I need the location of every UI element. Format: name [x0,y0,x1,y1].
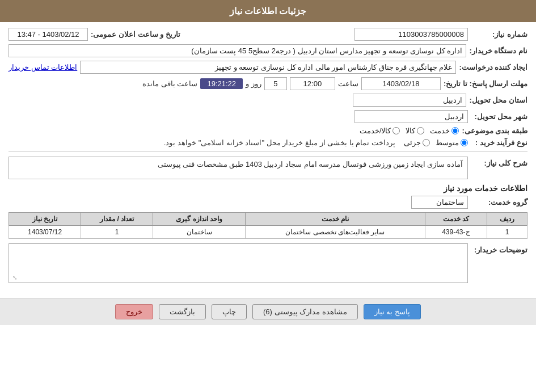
deadline-date: 1403/02/18 [361,77,441,90]
category-radio-group: خدمت کالا کالا/خدمت [360,127,459,135]
service-group-label: گروه خدمت: [471,198,527,206]
radio-motevaset[interactable] [461,139,468,146]
services-table: ردیف کد خدمت نام خدمت واحد اندازه گیری ت… [9,212,527,239]
buyer-desc-label: توضیحات خریدار: [471,243,527,254]
radio-motevaset-text: متوسط [436,138,459,147]
deadline-label: مهلت ارسال پاسخ: تا تاریخ: [444,79,527,88]
category-label: طبقه بندی موضوعی: [462,127,527,135]
announce-datetime-label: تاریخ و ساعت اعلان عمومی: [91,30,180,39]
radio-motevaset-label[interactable]: متوسط [436,138,468,147]
cell-quantity: 1 [81,226,153,239]
radio-jozvi-text: جزئی [404,138,421,147]
col-header-row-num: ردیف [487,213,527,226]
back-button[interactable]: بازگشت [159,304,206,319]
page-title: جزئیات اطلاعات نیاز [230,6,307,16]
service-group-value: ساختمان [411,196,468,209]
page-header: جزئیات اطلاعات نیاز [0,0,536,22]
exit-button[interactable]: خروج [115,304,153,319]
radio-khadamat[interactable] [451,127,459,134]
cell-unit: ساختمان [153,226,246,239]
footer-buttons: پاسخ به نیاز مشاهده مدارک پیوستی (6) چاپ… [0,298,536,325]
buyer-name-label: نام دستگاه خریدار: [469,47,527,55]
deadline-time-label: ساعت [338,79,358,88]
city-value: اردبیل [354,110,468,123]
buyer-name-value: اداره کل نوسازی توسعه و تجهیز مدارس استا… [9,44,466,57]
cell-row-num: 1 [487,226,527,239]
radio-khadamat-label[interactable]: خدمت [430,127,459,135]
need-desc-label: شرح کلی نیاز: [471,157,527,167]
province-value: اردبیل [353,94,466,107]
need-number-label: شماره نیاز: [471,30,527,39]
col-header-quantity: تعداد / مقدار [81,213,153,226]
radio-jozvi-label[interactable]: جزئی [404,138,430,147]
announce-datetime-value: 1403/02/12 - 13:47 [9,28,88,41]
contact-link[interactable]: اطلاعات تماس خریدار [9,63,77,71]
deadline-days: 5 [264,77,287,90]
col-header-service-name: نام خدمت [245,213,425,226]
deadline-time: 12:00 [290,77,335,90]
radio-jozvi[interactable] [423,139,430,146]
radio-kala-text: کالا [406,127,415,135]
cell-date: 1403/07/12 [9,226,81,239]
service-info-title: اطلاعات خدمات مورد نیاز [9,184,527,193]
radio-khadamat-text: خدمت [430,127,450,135]
col-header-date: تاریخ نیاز [9,213,81,226]
radio-kala-khadamat[interactable] [392,127,400,134]
print-button[interactable]: چاپ [212,304,247,319]
payment-note: پرداخت تمام یا بخشی از مبلغ خریدار محل "… [9,138,401,147]
col-header-unit: واحد اندازه گیری [153,213,246,226]
radio-kala[interactable] [417,127,424,134]
radio-kala-khadamat-label[interactable]: کالا/خدمت [360,127,400,135]
purchase-type-radio-group: متوسط جزئی [404,138,468,147]
deadline-remaining-label: ساعت باقی مانده [142,79,197,88]
province-label: استان محل تحویل: [469,96,527,104]
creator-value: غلام جهانگیری فره جناق کارشناس امور مالی… [80,61,456,74]
cell-service-code: ج-43-439 [425,226,487,239]
city-label: شهر محل تحویل: [471,112,527,121]
need-number-value: 1103003785000008 [354,28,468,41]
deadline-remaining-time: 19:21:22 [200,78,243,89]
resize-handle[interactable]: ⤡ [10,275,17,281]
purchase-type-label: نوع فرآیند خرید : [471,138,527,147]
answer-button[interactable]: پاسخ به نیاز [364,304,421,319]
view-docs-button[interactable]: مشاهده مدارک پیوستی (6) [252,304,358,319]
cell-service-name: سایر فعالیت‌های تخصصی ساختمان [245,226,425,239]
creator-label: ایجاد کننده درخواست: [459,63,527,71]
radio-kala-label[interactable]: کالا [406,127,424,135]
table-row: 1 ج-43-439 سایر فعالیت‌های تخصصی ساختمان… [9,226,527,239]
need-desc-value: آماده سازی ایجاد زمین ورزشی فوتسال مدرسه… [9,157,468,179]
radio-kala-khadamat-text: کالا/خدمت [360,127,391,135]
col-header-service-code: کد خدمت [425,213,487,226]
deadline-days-label: روز و [246,79,261,88]
buyer-desc-box[interactable]: ⤡ [9,243,468,283]
